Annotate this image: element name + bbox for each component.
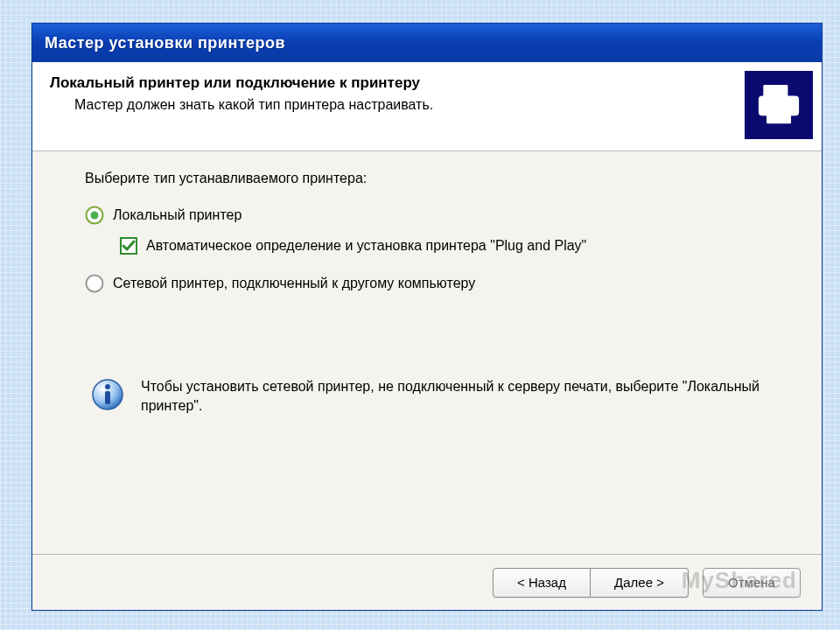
cancel-button[interactable]: Отмена: [703, 568, 801, 598]
window-title: Мастер установки принтеров: [45, 34, 285, 52]
radio-selected-icon: [85, 206, 104, 225]
checkbox-checked-icon: [120, 237, 137, 255]
titlebar: Мастер установки принтеров: [32, 24, 822, 62]
header-title: Локальный принтер или подключение к прин…: [50, 74, 804, 92]
next-button[interactable]: Далее >: [591, 568, 689, 598]
radio-local-label: Локальный принтер: [113, 207, 242, 223]
radio-unselected-icon: [85, 274, 104, 293]
svg-point-10: [105, 384, 110, 389]
svg-point-8: [87, 276, 103, 292]
radio-network-printer[interactable]: Сетевой принтер, подключенный к другому …: [85, 274, 769, 293]
svg-point-6: [91, 212, 99, 220]
svg-rect-2: [767, 108, 789, 122]
wizard-footer: < Назад Далее > Отмена: [32, 554, 822, 610]
nav-button-group: < Назад Далее >: [493, 568, 689, 598]
checkbox-pnp[interactable]: Автоматическое определение и установка п…: [120, 237, 769, 255]
info-panel: Чтобы установить сетевой принтер, не под…: [90, 377, 769, 415]
svg-rect-0: [765, 86, 787, 97]
checkbox-pnp-label: Автоматическое определение и установка п…: [146, 238, 586, 254]
wizard-content: Выберите тип устанавливаемого принтера: …: [32, 151, 822, 424]
wizard-header: Локальный принтер или подключение к прин…: [32, 62, 822, 151]
header-subtitle: Мастер должен знать какой тип принтера н…: [74, 97, 804, 113]
instruction-text: Выберите тип устанавливаемого принтера:: [85, 171, 769, 186]
info-text: Чтобы установить сетевой принтер, не под…: [141, 377, 769, 415]
radio-network-label: Сетевой принтер, подключенный к другому …: [113, 276, 475, 291]
printer-icon: [745, 71, 813, 139]
radio-local-printer[interactable]: Локальный принтер: [85, 206, 769, 225]
wizard-window: Мастер установки принтеров Локальный при…: [32, 23, 822, 611]
info-icon: [90, 377, 125, 412]
back-button[interactable]: < Назад: [493, 568, 591, 598]
svg-rect-11: [105, 391, 110, 404]
